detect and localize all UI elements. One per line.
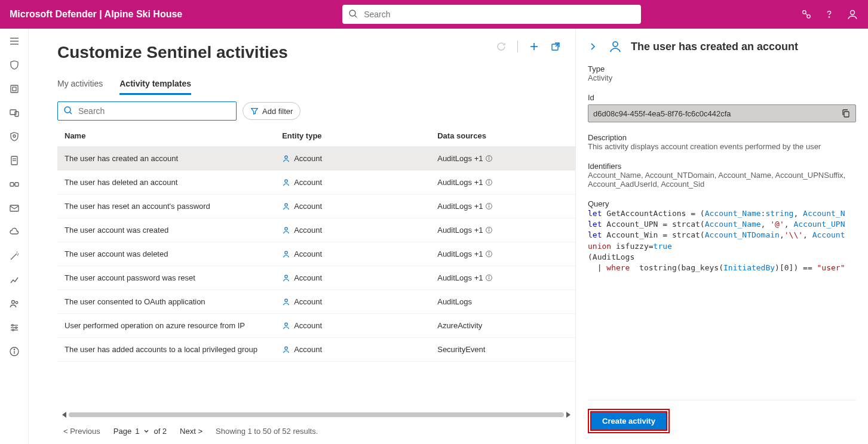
table-row[interactable]: The user account was createdAccountAudit… [57, 218, 575, 242]
table-row[interactable]: The user has deleted an accountAccountAu… [57, 171, 575, 195]
help-icon[interactable] [824, 9, 835, 20]
filter-row: Add filter [57, 101, 575, 121]
cell-entity: Account [275, 242, 430, 266]
svg-point-0 [349, 10, 355, 16]
table-row[interactable]: The user account password was resetAccou… [57, 266, 575, 290]
cloud-icon[interactable] [9, 227, 20, 238]
svg-point-53 [285, 251, 287, 254]
tab-my-activities[interactable]: My activities [57, 79, 103, 95]
table-row[interactable]: The user has created an accountAccountAu… [57, 147, 575, 171]
chevron-down-icon[interactable] [143, 428, 150, 435]
details-header: The user has created an account [588, 39, 856, 54]
cell-entity: Account [275, 195, 430, 218]
info-icon[interactable] [9, 346, 20, 357]
list-search-input[interactable] [57, 101, 237, 121]
table-row[interactable]: The user has reset an account's password… [57, 195, 575, 218]
global-search-input[interactable] [342, 5, 641, 24]
col-datasources[interactable]: Data sources [430, 125, 575, 147]
cell-name: The user has deleted an account [57, 171, 275, 195]
col-entity[interactable]: Entity type [275, 125, 430, 147]
svg-point-5 [850, 11, 854, 15]
horizontal-scrollbar[interactable] [57, 411, 575, 418]
info-icon[interactable] [485, 155, 493, 162]
assets-icon[interactable] [9, 84, 20, 94]
details-pane: The user has created an account Type Act… [575, 29, 868, 444]
detail-identifiers: Identifiers Account_Name, Account_NTDoma… [588, 162, 856, 189]
wand-icon[interactable] [9, 251, 20, 261]
scroll-track[interactable] [69, 412, 564, 417]
page-label: Page [114, 427, 131, 436]
table-scroll[interactable]: Name Entity type Data sources The user h… [57, 125, 575, 411]
svg-point-45 [285, 204, 287, 206]
scroll-right-arrow[interactable] [566, 412, 571, 418]
type-value: Activity [588, 73, 856, 82]
scroll-left-arrow[interactable] [62, 412, 66, 418]
table-row[interactable]: The user consented to OAuth applicationA… [57, 290, 575, 314]
info-icon[interactable] [485, 274, 493, 282]
shield-icon[interactable] [9, 60, 20, 70]
users-icon[interactable] [9, 298, 20, 309]
hamburger-icon[interactable] [9, 36, 20, 47]
copy-icon[interactable] [841, 109, 851, 118]
svg-line-1 [355, 16, 357, 17]
svg-rect-10 [13, 87, 16, 91]
svg-point-26 [11, 325, 13, 326]
cell-datasources: AuditLogs +1 [430, 195, 575, 218]
data-connectors-icon[interactable] [801, 9, 812, 20]
detail-description: Description This activity displays accou… [588, 133, 856, 151]
info-icon[interactable] [485, 250, 493, 258]
svg-point-41 [285, 180, 287, 182]
connections-icon[interactable] [9, 179, 20, 190]
svg-line-36 [70, 112, 72, 114]
table-row[interactable]: The user account was deletedAccountAudit… [57, 242, 575, 266]
svg-point-13 [13, 135, 16, 137]
search-icon [63, 106, 73, 115]
svg-point-60 [489, 276, 489, 277]
page-indicator: Page 1 of 2 [114, 427, 167, 436]
identifiers-value: Account_Name, Account_NTDomain, Account_… [588, 171, 856, 189]
next-page[interactable]: Next > [180, 427, 203, 436]
table-row[interactable]: User performed operation on azure resour… [57, 314, 575, 338]
filter-icon [250, 107, 259, 115]
description-value: This activity displays account creation … [588, 142, 856, 151]
add-icon[interactable] [529, 41, 539, 52]
pager: < Previous Page 1 of 2 Next > Showing 1 … [57, 418, 575, 444]
cell-datasources: AuditLogs [430, 290, 575, 314]
add-filter-button[interactable]: Add filter [243, 102, 300, 120]
id-value: d6d08c94-455f-4ea5-8f76-fc6c0c442cfa [593, 109, 731, 118]
pop-out-icon[interactable] [550, 41, 561, 52]
settings-icon[interactable] [9, 322, 20, 333]
type-label: Type [588, 64, 856, 73]
chart-icon[interactable] [9, 275, 20, 285]
cell-entity: Account [275, 338, 430, 362]
info-icon[interactable] [485, 202, 493, 210]
svg-point-64 [613, 42, 618, 47]
cell-entity: Account [275, 171, 430, 195]
id-box: d6d08c94-455f-4ea5-8f76-fc6c0c442cfa [588, 104, 856, 122]
document-icon[interactable] [9, 155, 20, 166]
endpoint-icon[interactable] [9, 131, 20, 142]
info-icon[interactable] [485, 226, 493, 234]
create-activity-button[interactable]: Create activity [590, 411, 667, 431]
account-icon[interactable] [846, 8, 858, 20]
tab-activity-templates[interactable]: Activity templates [119, 79, 191, 95]
mail-icon[interactable] [9, 203, 20, 214]
user-icon [608, 39, 622, 54]
previous-page[interactable]: < Previous [63, 427, 100, 436]
chevron-right-icon[interactable] [588, 42, 597, 51]
cell-name: The user account was deleted [57, 242, 275, 266]
details-title: The user has created an account [631, 41, 798, 53]
side-nav [0, 29, 29, 444]
add-filter-label: Add filter [262, 107, 293, 116]
info-icon[interactable] [485, 178, 493, 186]
devices-icon[interactable] [9, 107, 20, 118]
detail-id: Id d6d08c94-455f-4ea5-8f76-fc6c0c442cfa [588, 93, 856, 122]
cell-name: User performed operation on azure resour… [57, 314, 275, 338]
cell-datasources: AzureActivity [430, 314, 575, 338]
svg-point-37 [285, 156, 287, 158]
col-name[interactable]: Name [57, 125, 275, 147]
table-row[interactable]: The user has added accounts to a local p… [57, 338, 575, 362]
refresh-icon[interactable] [496, 41, 507, 52]
cell-datasources: AuditLogs +1 [430, 171, 575, 195]
svg-point-44 [489, 181, 489, 181]
